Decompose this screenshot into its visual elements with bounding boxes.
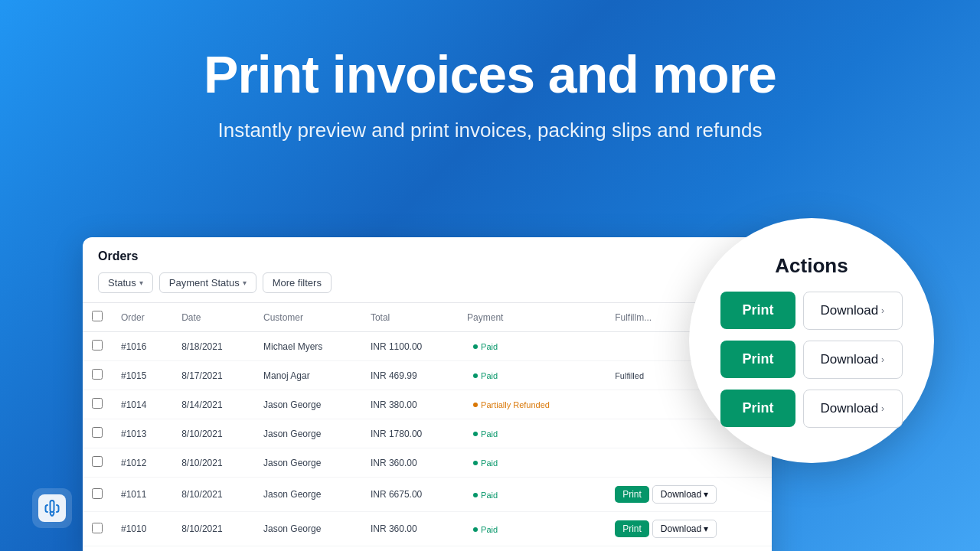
row-checkbox[interactable] bbox=[92, 488, 103, 499]
download-button-large-3[interactable]: Download › bbox=[803, 390, 903, 428]
row-checkbox[interactable] bbox=[92, 340, 103, 350]
paid-dot bbox=[473, 461, 478, 465]
order-total: INR 360.00 bbox=[361, 448, 458, 478]
customer-name: Jason George bbox=[254, 419, 361, 448]
more-filters-btn[interactable]: More filters bbox=[263, 272, 332, 293]
panel-header: Orders Status ▾ Payment Status ▾ More fi… bbox=[83, 237, 772, 303]
customer-name: Jason George bbox=[254, 448, 361, 478]
orders-table: Order Date Customer Total Payment Fulfil… bbox=[83, 303, 772, 551]
row-checkbox[interactable] bbox=[92, 427, 103, 438]
action-row-3: Print Download › bbox=[720, 390, 902, 428]
order-total: INR 1100.00 bbox=[361, 332, 458, 361]
table-row: #1010 8/10/2021 Jason George INR 360.00 … bbox=[83, 512, 772, 546]
download-label: Download bbox=[821, 352, 879, 367]
order-total: INR 1780.00 bbox=[361, 419, 458, 448]
table-row: #1013 8/10/2021 Jason George INR 1780.00… bbox=[83, 419, 772, 448]
order-number: #1016 bbox=[112, 332, 172, 361]
order-number: #1009 bbox=[112, 546, 172, 552]
hero-section: Print invoices and more Instantly previe… bbox=[0, 0, 980, 142]
chevron-down-icon: ▾ bbox=[139, 279, 143, 287]
actions-circle-overlay: Actions Print Download › Print Download … bbox=[689, 218, 934, 463]
status-filter-btn[interactable]: Status ▾ bbox=[98, 272, 153, 293]
download-label: Download bbox=[821, 303, 879, 318]
paid-dot bbox=[473, 344, 478, 349]
payment-badge: Partially Refunded bbox=[467, 399, 556, 411]
hero-subtitle: Instantly preview and print invoices, pa… bbox=[217, 119, 762, 142]
paid-dot bbox=[473, 432, 478, 436]
order-number: #1015 bbox=[112, 361, 172, 390]
table-row: #1012 8/10/2021 Jason George INR 360.00 … bbox=[83, 448, 772, 478]
payment-badge: Paid bbox=[467, 341, 504, 353]
download-button-large-1[interactable]: Download › bbox=[803, 292, 903, 330]
print-button-large-2[interactable]: Print bbox=[720, 341, 795, 378]
chevron-right-icon: › bbox=[881, 305, 884, 316]
order-number: #1012 bbox=[112, 448, 172, 478]
chevron-down-icon: ▾ bbox=[704, 489, 708, 500]
action-row-1: Print Download › bbox=[720, 292, 902, 330]
table-row: #1009 8/7/2021 Etha Aby INR 469.99 Paid … bbox=[83, 546, 772, 552]
order-date: 8/17/2021 bbox=[172, 361, 254, 390]
download-button-sm[interactable]: Download ▾ bbox=[652, 520, 717, 538]
chevron-down-icon: ▾ bbox=[243, 279, 247, 287]
customer-name: Michael Myers bbox=[254, 332, 361, 361]
print-button-sm[interactable]: Print bbox=[615, 520, 649, 537]
order-date: 8/10/2021 bbox=[172, 512, 254, 546]
order-total: INR 360.00 bbox=[361, 512, 458, 546]
logo bbox=[32, 488, 72, 528]
paid-dot bbox=[473, 373, 478, 378]
order-total: INR 6675.00 bbox=[361, 478, 458, 512]
order-number: #1013 bbox=[112, 419, 172, 448]
order-total: INR 380.00 bbox=[361, 390, 458, 419]
order-date: 8/10/2021 bbox=[172, 448, 254, 478]
select-all-checkbox[interactable] bbox=[92, 311, 103, 321]
print-label: Print bbox=[742, 400, 773, 416]
chevron-down-icon: ▾ bbox=[704, 523, 708, 534]
logo-inner bbox=[38, 494, 66, 522]
payment-status-filter-label: Payment Status bbox=[169, 277, 240, 289]
table-body: #1016 8/18/2021 Michael Myers INR 1100.0… bbox=[83, 332, 772, 552]
customer-name: Manoj Agar bbox=[254, 361, 361, 390]
hero-title: Print invoices and more bbox=[204, 46, 776, 103]
status-filter-label: Status bbox=[108, 277, 136, 289]
order-number: #1014 bbox=[112, 390, 172, 419]
payment-badge: Paid bbox=[467, 457, 504, 469]
download-button-large-2[interactable]: Download › bbox=[803, 341, 903, 379]
print-button-large-1[interactable]: Print bbox=[720, 292, 795, 329]
customer-name: Jason George bbox=[254, 478, 361, 512]
order-total: INR 469.99 bbox=[361, 361, 458, 390]
order-number: #1010 bbox=[112, 512, 172, 546]
download-button-sm[interactable]: Download ▾ bbox=[652, 485, 717, 504]
order-total: INR 469.99 bbox=[361, 546, 458, 552]
row-checkbox[interactable] bbox=[92, 456, 103, 467]
table-row: #1016 8/18/2021 Michael Myers INR 1100.0… bbox=[83, 332, 772, 361]
chevron-right-icon: › bbox=[881, 354, 884, 365]
paid-dot bbox=[473, 493, 478, 497]
row-actions: Print Download ▾ bbox=[615, 485, 763, 504]
order-number: #1011 bbox=[112, 478, 172, 512]
col-total: Total bbox=[361, 303, 458, 332]
payment-badge: Paid bbox=[467, 489, 504, 501]
paid-dot bbox=[473, 527, 478, 532]
filters-bar: Status ▾ Payment Status ▾ More filters bbox=[98, 272, 756, 293]
action-row-2: Print Download › bbox=[720, 341, 902, 379]
orders-panel: Orders Status ▾ Payment Status ▾ More fi… bbox=[83, 237, 772, 551]
panel-title: Orders bbox=[98, 249, 756, 263]
row-actions: Print Download ▾ bbox=[615, 520, 763, 538]
table-head: Order Date Customer Total Payment Fulfil… bbox=[83, 303, 772, 332]
print-button-sm[interactable]: Print bbox=[615, 486, 649, 503]
payment-badge: Paid bbox=[467, 370, 504, 382]
row-checkbox[interactable] bbox=[92, 398, 103, 409]
table-row: #1014 8/14/2021 Jason George INR 380.00 … bbox=[83, 390, 772, 419]
chevron-right-icon: › bbox=[881, 403, 884, 414]
customer-name: Etha Aby bbox=[254, 546, 361, 552]
row-checkbox[interactable] bbox=[92, 523, 103, 533]
col-payment: Payment bbox=[458, 303, 606, 332]
order-date: 8/18/2021 bbox=[172, 332, 254, 361]
print-label: Print bbox=[742, 302, 773, 318]
payment-status-filter-btn[interactable]: Payment Status ▾ bbox=[159, 272, 256, 293]
row-checkbox[interactable] bbox=[92, 369, 103, 380]
more-filters-label: More filters bbox=[273, 277, 322, 289]
partial-dot bbox=[473, 403, 478, 407]
print-button-large-3[interactable]: Print bbox=[720, 390, 795, 427]
order-date: 8/14/2021 bbox=[172, 390, 254, 419]
